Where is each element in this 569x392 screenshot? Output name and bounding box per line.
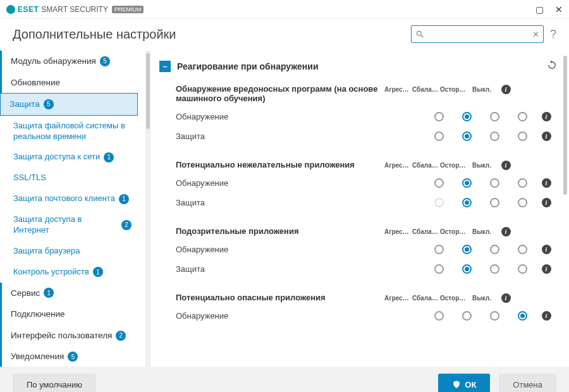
footer: По умолчанию ОК Отмена (0, 367, 569, 392)
sidebar-item-label: Уведомления (11, 351, 64, 362)
main-scrollbar[interactable] (563, 56, 568, 362)
radio-option[interactable] (462, 112, 472, 121)
column-header: Агресси... (384, 162, 412, 169)
collapse-button[interactable]: – (159, 61, 171, 72)
main-panel: – Реагирование при обнаружении Обнаружен… (150, 51, 569, 367)
ok-button[interactable]: ОК (438, 374, 490, 392)
column-header: Осторо... (440, 228, 468, 235)
section-title: Подозрительные приложения (157, 223, 384, 240)
column-header: Сбалан... (412, 228, 440, 235)
radio-option[interactable] (490, 198, 499, 207)
sidebar-item[interactable]: Подключение (0, 303, 138, 325)
help-button[interactable]: ? (550, 28, 556, 41)
default-button[interactable]: По умолчанию (13, 374, 96, 392)
sidebar-item[interactable]: Защита браузера (0, 241, 138, 262)
radio-option[interactable] (434, 264, 444, 274)
radio-option[interactable] (518, 245, 527, 254)
sidebar-scrollbar[interactable] (145, 51, 150, 367)
radio-option[interactable] (490, 132, 499, 141)
radio-option[interactable] (490, 178, 499, 188)
sidebar-item-label: Защита доступа в Интернет (13, 214, 118, 236)
badge: 5 (100, 56, 110, 66)
radio-option[interactable] (434, 311, 444, 321)
sidebar-item[interactable]: Защита файловой системы в реальном време… (0, 116, 138, 147)
sidebar-item[interactable]: Защита почтового клиента1 (0, 188, 138, 209)
radio-option[interactable] (462, 311, 472, 321)
sidebar-item[interactable]: Контроль устройств1 (0, 262, 138, 283)
radio-option[interactable] (434, 178, 444, 188)
info-icon[interactable]: i (542, 264, 551, 274)
radio-option[interactable] (490, 112, 499, 121)
panel-title: Реагирование при обнаружении (177, 61, 319, 71)
window-close-icon[interactable]: ✕ (555, 4, 563, 15)
radio-option[interactable] (518, 198, 527, 207)
info-icon[interactable]: i (542, 132, 551, 141)
radio-option[interactable] (434, 112, 444, 121)
setting-row: Обнаружениеi (157, 240, 560, 259)
radio-option[interactable] (518, 264, 527, 274)
radio-option[interactable] (462, 132, 472, 141)
radio-option[interactable] (518, 178, 527, 188)
column-header: Осторо... (440, 295, 468, 302)
column-header: Выкл. (468, 228, 496, 235)
sidebar-item-label: Защита доступа к сети (13, 152, 100, 162)
svg-point-0 (417, 31, 421, 35)
setting-name: Защита (176, 264, 425, 274)
info-icon[interactable]: i (542, 245, 551, 254)
info-icon[interactable]: i (542, 311, 551, 321)
info-icon[interactable]: i (501, 227, 511, 236)
section-title: Потенциально нежелательные приложения (157, 156, 384, 173)
radio-option[interactable] (490, 311, 499, 321)
sidebar-item-label: Защита браузера (13, 246, 80, 257)
setting-name: Защита (176, 132, 425, 141)
info-icon[interactable]: i (542, 178, 551, 188)
sidebar-item[interactable]: Защита доступа к сети1 (0, 147, 138, 168)
sidebar-item-label: Защита файловой системы в реальном време… (13, 121, 132, 142)
undo-icon[interactable] (546, 59, 558, 73)
ok-label: ОК (465, 380, 476, 389)
radio-option[interactable] (462, 198, 472, 207)
search-input[interactable] (424, 30, 532, 39)
sidebar-item-label: Защита почтового клиента (13, 193, 115, 204)
setting-row: Обнаружениеi (157, 306, 560, 326)
radio-option[interactable] (518, 132, 527, 141)
badge: 2 (116, 331, 126, 341)
sidebar-item[interactable]: Уведомления5 (0, 346, 138, 367)
radio-option[interactable] (518, 311, 527, 321)
sidebar-item-label: SSL/TLS (13, 173, 46, 183)
search-clear-icon[interactable]: ✕ (532, 30, 539, 39)
info-icon[interactable]: i (542, 198, 551, 207)
radio-option[interactable] (490, 245, 499, 254)
radio-option[interactable] (462, 178, 472, 188)
brand-product: SMART SECURITY (41, 5, 108, 14)
sidebar-item[interactable]: SSL/TLS (0, 168, 138, 188)
column-header: Выкл. (468, 86, 496, 93)
sidebar-item[interactable]: Защита доступа в Интернет2 (0, 209, 138, 241)
info-icon[interactable]: i (501, 161, 511, 170)
radio-option[interactable] (518, 112, 527, 121)
window-maximize-icon[interactable]: ▢ (535, 4, 544, 15)
radio-option[interactable] (462, 264, 472, 274)
setting-row: Защитаi (157, 126, 560, 146)
sidebar-item-label: Подключение (11, 309, 65, 320)
sidebar-item[interactable]: Модуль обнаружения5 (0, 51, 138, 72)
sidebar-item[interactable]: Обновление (0, 72, 138, 94)
sidebar-item[interactable]: Защита5 (0, 93, 138, 116)
badge: 1 (44, 288, 54, 298)
radio-option[interactable] (462, 245, 472, 254)
setting-name: Защита (176, 198, 425, 207)
sidebar: Модуль обнаружения5ОбновлениеЗащита5Защи… (0, 51, 145, 367)
header: Дополнительные настройки ✕ ? (0, 19, 569, 51)
info-icon[interactable]: i (542, 112, 551, 121)
radio-option (434, 198, 444, 207)
sidebar-item[interactable]: Сервис1 (0, 283, 138, 304)
radio-option[interactable] (490, 264, 499, 274)
column-header: Сбалан... (412, 86, 440, 93)
radio-option[interactable] (434, 132, 444, 141)
cancel-button[interactable]: Отмена (499, 374, 556, 392)
radio-option[interactable] (434, 245, 444, 254)
info-icon[interactable]: i (501, 85, 511, 94)
info-icon[interactable]: i (501, 293, 511, 303)
search-box[interactable]: ✕ (411, 25, 544, 43)
sidebar-item[interactable]: Интерфейс пользователя2 (0, 325, 138, 346)
